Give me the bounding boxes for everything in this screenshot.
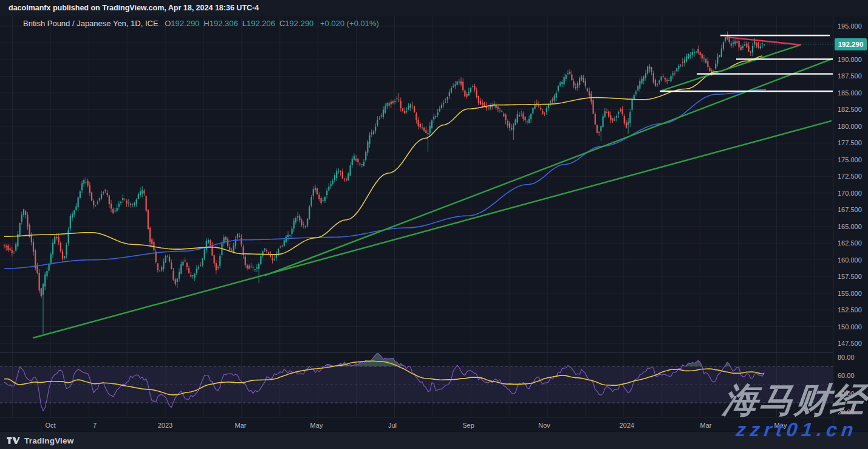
price-tick-label: 180.000	[838, 122, 862, 131]
chart-canvas[interactable]: Oct72023MarMayJulSepNov2024MarMay	[0, 16, 833, 431]
ohlc-values: O192.290H192.306L192.206C192.290	[165, 19, 318, 28]
change-value: +0.020 (+0.01%)	[320, 19, 379, 28]
ohlc-label: O	[165, 19, 171, 28]
ohlc-value: 192.290	[171, 19, 199, 28]
price-tick-label: 190.000	[838, 55, 862, 64]
price-tick-label: 182.500	[838, 105, 862, 114]
share-bar: dacolmanfx published on TradingView.com,…	[0, 0, 868, 16]
tradingview-logo-icon[interactable]	[6, 436, 20, 445]
price-tick-label: 172.500	[838, 172, 862, 180]
price-tick-label: 150.000	[838, 323, 862, 331]
price-tick-label: 170.000	[838, 189, 862, 197]
tradingview-chart-snapshot: dacolmanfx published on TradingView.com,…	[0, 0, 868, 449]
price-tick-label: 167.500	[838, 205, 862, 214]
time-tick-label: 2024	[620, 422, 634, 429]
symbol-title[interactable]: British Pound / Japanese Yen, 1D, ICE	[23, 19, 159, 28]
bottom-toolbar: TradingView	[0, 431, 868, 449]
rsi-tick-label: 40.00	[838, 389, 855, 398]
time-tick-label: May	[774, 422, 787, 429]
price-axis[interactable]: 195.000190.000187.500185.000182.500180.0…	[833, 16, 868, 431]
price-tick-label: 152.500	[838, 306, 862, 314]
time-tick-label: May	[310, 422, 323, 429]
time-tick-label: Mar	[700, 422, 712, 429]
ohlc-label: H	[203, 19, 209, 28]
ohlc-value: 192.206	[247, 19, 275, 28]
last-price-tag: 192.290	[835, 38, 867, 50]
price-tick-label: 160.000	[838, 256, 862, 264]
price-tick-label: 165.000	[838, 222, 862, 231]
time-tick-label: Mar	[235, 422, 247, 429]
rsi-tick-label: 60.00	[838, 371, 855, 380]
time-tick-label: Jul	[388, 422, 397, 429]
rsi-tick-label: 80.00	[838, 353, 855, 362]
time-tick-label: Oct	[45, 422, 55, 429]
price-tick-label: 177.500	[838, 139, 862, 147]
share-text: dacolmanfx published on TradingView.com,…	[9, 4, 259, 12]
rsi-tick-label: 20.00	[838, 408, 855, 416]
time-tick-label: 2023	[158, 422, 173, 429]
price-tick-label: 162.500	[838, 239, 862, 247]
price-tick-label: 185.000	[838, 89, 862, 97]
ohlc-label: L	[242, 19, 247, 28]
time-tick-label: Sep	[462, 422, 474, 429]
time-tick-label: Nov	[538, 422, 550, 429]
tradingview-brand-label[interactable]: TradingView	[24, 436, 73, 445]
ohlc-value: 192.290	[285, 19, 313, 28]
ohlc-value: 192.306	[210, 19, 238, 28]
symbol-legend[interactable]: British Pound / Japanese Yen, 1D, ICE O1…	[23, 19, 379, 28]
price-tick-label: 147.500	[838, 339, 862, 348]
time-tick-label: 7	[93, 422, 97, 429]
ohlc-label: C	[279, 19, 285, 28]
price-tick-label: 155.000	[838, 289, 862, 298]
price-tick-label: 187.500	[838, 72, 862, 80]
price-tick-label: 195.000	[838, 22, 862, 30]
price-tick-label: 175.000	[838, 156, 862, 164]
price-tick-label: 157.500	[838, 272, 862, 281]
